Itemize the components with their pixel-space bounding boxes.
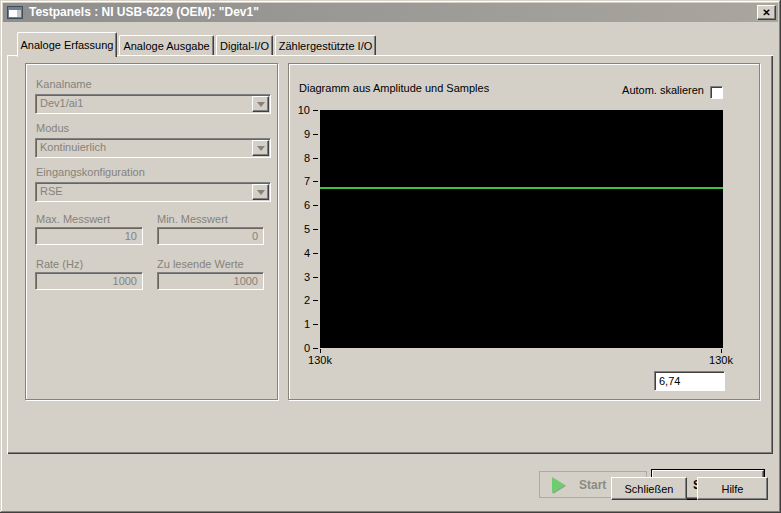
rate-field[interactable]: 1000 [35, 272, 143, 290]
dialog-window: Testpanels : NI USB-6229 (OEM): "Dev1" ✕… [0, 0, 781, 513]
y-tick: 6 [304, 199, 310, 211]
zu-lesende-werte-label: Zu lesende Werte [157, 258, 244, 270]
eingangskonfiguration-select[interactable]: RSE [35, 182, 271, 202]
modus-dropdown-button[interactable] [252, 140, 269, 156]
start-button-label: Start [579, 478, 606, 492]
chart-title: Diagramm aus Amplitude und Samples [299, 82, 489, 94]
modus-select[interactable]: Kontinuierlich [35, 138, 271, 158]
y-tick: 2 [304, 294, 310, 306]
kanalname-dropdown-button[interactable] [252, 96, 269, 112]
amplitude-indicator: 6,74 [654, 371, 725, 391]
schliessen-button-label: Schließen [625, 483, 674, 495]
x-label-right: 130k [703, 354, 739, 366]
y-tick: 4 [304, 247, 310, 259]
min-messwert-value: 0 [252, 230, 258, 242]
kanalname-select[interactable]: Dev1/ai1 [35, 94, 271, 114]
tab-label: Digital-I/O [220, 40, 269, 52]
tab-label: Analoge Ausgabe [123, 40, 209, 52]
hilfe-button[interactable]: Hilfe [697, 477, 768, 500]
x-tick-right [721, 349, 722, 353]
eingangskonfiguration-dropdown-button[interactable] [252, 184, 269, 200]
eingangskonfiguration-value: RSE [40, 185, 63, 197]
modus-label: Modus [36, 122, 69, 134]
window-title: Testpanels : NI USB-6229 (OEM): "Dev1" [29, 3, 259, 22]
tab-analoge-erfassung[interactable]: Analoge Erfassung [17, 32, 117, 57]
schliessen-button[interactable]: Schließen [611, 477, 687, 500]
waveform-plot[interactable] [320, 110, 723, 348]
close-icon: ✕ [762, 8, 770, 18]
y-tick: 7 [304, 175, 310, 187]
eingangskonfiguration-label: Eingangskonfiguration [36, 166, 145, 178]
title-bar[interactable]: Testpanels : NI USB-6229 (OEM): "Dev1" ✕ [3, 3, 778, 22]
kanalname-label: Kanalname [36, 78, 92, 90]
y-tick: 5 [304, 223, 310, 235]
y-tick: 8 [304, 152, 310, 164]
zu-lesende-werte-field[interactable]: 1000 [157, 272, 264, 290]
autoscale-checkbox[interactable] [710, 86, 723, 99]
tab-digital-io[interactable]: Digital-I/O [216, 35, 273, 55]
min-messwert-field[interactable]: 0 [157, 227, 264, 245]
y-tick: 0 [304, 342, 310, 354]
y-tick: 1 [304, 318, 310, 330]
max-messwert-field[interactable]: 10 [35, 227, 143, 245]
app-icon [7, 6, 23, 19]
zu-lesende-werte-value: 1000 [234, 275, 258, 287]
rate-label: Rate (Hz) [36, 258, 83, 270]
x-label-left: 130k [302, 354, 338, 366]
modus-value: Kontinuierlich [40, 141, 106, 153]
y-tick: 9 [304, 128, 310, 140]
max-messwert-value: 10 [125, 230, 137, 242]
play-icon [552, 477, 565, 493]
chevron-down-icon [257, 102, 265, 107]
signal-trace [320, 187, 723, 189]
tab-label: Analoge Erfassung [21, 39, 114, 51]
tab-analoge-ausgabe[interactable]: Analoge Ausgabe [119, 35, 214, 55]
kanalname-value: Dev1/ai1 [40, 97, 83, 109]
close-button[interactable]: ✕ [757, 5, 776, 20]
amplitude-value: 6,74 [659, 375, 680, 387]
y-tick: 3 [304, 271, 310, 283]
tab-zaehlergestuetzte-io[interactable]: Zählergestützte I/O [275, 35, 376, 55]
y-tick: 10 [298, 104, 310, 116]
min-messwert-label: Min. Messwert [157, 213, 228, 225]
chevron-down-icon [257, 146, 265, 151]
rate-value: 1000 [113, 275, 137, 287]
hilfe-button-label: Hilfe [721, 483, 743, 495]
max-messwert-label: Max. Messwert [36, 213, 110, 225]
tab-label: Zählergestützte I/O [279, 40, 373, 52]
chevron-down-icon [257, 190, 265, 195]
x-tick-left [320, 349, 321, 353]
autoscale-label: Autom. skalieren [598, 84, 704, 96]
